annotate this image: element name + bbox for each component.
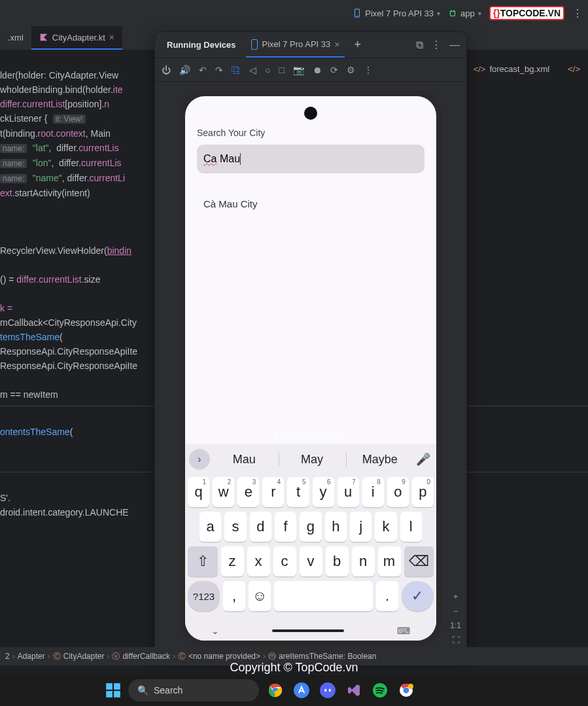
- tab-label: forecast_bg.xml: [489, 64, 549, 74]
- taskbar-android-studio[interactable]: [292, 680, 311, 700]
- overview-icon[interactable]: □: [279, 65, 284, 75]
- key-t[interactable]: t5: [287, 477, 309, 507]
- key-g[interactable]: g: [300, 512, 321, 542]
- suggestion-1[interactable]: May: [279, 453, 345, 467]
- comma-key[interactable]: ,: [223, 581, 245, 611]
- key-f[interactable]: f: [275, 512, 296, 542]
- device-posture-icon[interactable]: ⿻: [232, 65, 241, 75]
- key-w[interactable]: w2: [213, 477, 234, 507]
- more-icon[interactable]: ⋮: [431, 39, 441, 51]
- breadcrumb-item[interactable]: Ⓒ<no name provided>: [178, 651, 260, 662]
- settings-icon[interactable]: ⚙: [347, 65, 355, 75]
- expand-suggestion-icon[interactable]: ›: [189, 449, 210, 470]
- zoom-in-button[interactable]: +: [453, 592, 458, 601]
- rotate-left-icon[interactable]: ↶: [199, 65, 207, 75]
- breadcrumb-item[interactable]: Adapter: [18, 652, 45, 661]
- search-text-underlined: Ca: [203, 153, 216, 164]
- emoji-key[interactable]: ☺: [249, 581, 271, 611]
- more-icon[interactable]: ⋮: [364, 65, 373, 75]
- suggestion-2[interactable]: Maybe: [346, 453, 413, 467]
- volume-icon[interactable]: 🔊: [179, 65, 190, 75]
- mic-icon[interactable]: 🎤: [414, 452, 432, 467]
- panel-tab-bar: Running Devices Pixel 7 Pro API 33 × + ⧉…: [155, 32, 466, 58]
- run-config-selector[interactable]: app ▾: [448, 9, 481, 18]
- camera-punch-hole: [304, 107, 317, 120]
- device-selector[interactable]: Pixel 7 Pro API 33 ▾: [353, 9, 440, 18]
- key-p[interactable]: p0: [412, 477, 434, 507]
- numbers-key[interactable]: ?123: [188, 581, 220, 611]
- breadcrumb-item[interactable]: ⒸCityAdapter: [53, 651, 105, 662]
- key-s[interactable]: s: [224, 512, 246, 542]
- power-icon[interactable]: ⏻: [162, 65, 171, 75]
- editor-tab-cityadapter[interactable]: CityAdapter.kt ×: [31, 26, 122, 50]
- more-icon[interactable]: ⋮: [572, 7, 583, 20]
- android-nav-bar: ⌄ ⌨: [185, 621, 436, 641]
- taskbar-chrome[interactable]: [266, 680, 285, 700]
- soft-keyboard: q1w2e3r4t5y6u7i8o9p0 asdfghjkl ⇧ zxcvbnm…: [185, 474, 436, 621]
- device-tab[interactable]: Pixel 7 Pro API 33 ×: [246, 33, 345, 58]
- key-b[interactable]: b: [326, 546, 349, 576]
- key-a[interactable]: a: [199, 512, 221, 542]
- key-k[interactable]: k: [375, 512, 396, 542]
- key-d[interactable]: d: [250, 512, 271, 542]
- zoom-controls: + − 1:1 ⛶: [450, 592, 461, 644]
- screenshot-icon[interactable]: 📷: [293, 65, 304, 75]
- key-r[interactable]: r4: [262, 477, 284, 507]
- zoom-ratio-button[interactable]: 1:1: [450, 621, 461, 630]
- breadcrumb-item[interactable]: ⓥdifferCallback: [112, 651, 169, 662]
- close-icon[interactable]: ×: [334, 39, 339, 50]
- search-result-item[interactable]: Cà Mau City: [203, 198, 424, 209]
- record-icon[interactable]: ⏺: [313, 65, 322, 75]
- key-i[interactable]: i8: [362, 477, 384, 507]
- dock-icon[interactable]: ⧉: [416, 39, 423, 51]
- suggestion-0[interactable]: Mau: [211, 453, 277, 467]
- taskbar-visual-studio[interactable]: [344, 680, 364, 700]
- phone-screen[interactable]: Search Your City Ca Mau Cà Mau City › Ma…: [185, 96, 436, 641]
- refresh-icon[interactable]: ⟳: [330, 65, 338, 75]
- key-v[interactable]: v: [300, 546, 322, 576]
- key-c[interactable]: c: [273, 546, 296, 576]
- key-h[interactable]: h: [325, 512, 347, 542]
- key-u[interactable]: u7: [337, 477, 359, 507]
- editor-tab-xml[interactable]: .xml: [0, 26, 31, 50]
- period-key[interactable]: .: [376, 581, 398, 611]
- taskbar-discord[interactable]: [318, 680, 337, 700]
- key-l[interactable]: l: [400, 512, 422, 542]
- taskbar-chrome-canary[interactable]: [396, 680, 416, 700]
- zoom-fit-button[interactable]: ⛶: [452, 635, 460, 644]
- key-n[interactable]: n: [352, 546, 375, 576]
- backspace-key[interactable]: ⌫: [404, 546, 434, 576]
- svg-rect-1: [356, 16, 358, 16]
- key-j[interactable]: j: [350, 512, 372, 542]
- rotate-right-icon[interactable]: ↷: [215, 65, 223, 75]
- switch-keyboard-icon[interactable]: ⌨: [397, 626, 410, 636]
- tab-label: CityAdapter.kt: [52, 33, 105, 43]
- search-text-rest: Mau: [216, 153, 240, 164]
- key-o[interactable]: o9: [387, 477, 409, 507]
- editor-tab-forecast[interactable]: </> forecast_bg.xml: [466, 64, 558, 75]
- key-m[interactable]: m: [378, 546, 401, 576]
- back-icon[interactable]: ◁: [249, 65, 256, 75]
- space-key[interactable]: [274, 581, 373, 611]
- editor-tab-partial[interactable]: </>: [560, 64, 588, 75]
- hide-keyboard-icon[interactable]: ⌄: [211, 626, 219, 636]
- taskbar-search[interactable]: 🔍 Search: [128, 679, 259, 701]
- taskbar-spotify[interactable]: [370, 680, 390, 700]
- key-q[interactable]: q1: [188, 477, 209, 507]
- search-input[interactable]: Ca Mau: [197, 145, 424, 173]
- gesture-pill[interactable]: [272, 629, 344, 632]
- key-x[interactable]: x: [247, 546, 270, 576]
- enter-key[interactable]: ✓: [402, 581, 434, 611]
- shift-key[interactable]: ⇧: [188, 546, 218, 576]
- zoom-out-button[interactable]: −: [453, 607, 458, 616]
- key-e[interactable]: e3: [237, 477, 259, 507]
- minimize-icon[interactable]: —: [449, 39, 460, 51]
- breadcrumb-item[interactable]: ⓜareItemsTheSame: Boolean: [268, 651, 376, 662]
- add-tab-button[interactable]: +: [354, 38, 361, 52]
- start-button[interactable]: [105, 682, 122, 699]
- home-icon[interactable]: ○: [265, 65, 270, 75]
- key-z[interactable]: z: [221, 546, 244, 576]
- key-y[interactable]: y6: [313, 477, 334, 507]
- close-icon[interactable]: ×: [109, 32, 114, 43]
- breadcrumb-item[interactable]: 2: [5, 652, 10, 661]
